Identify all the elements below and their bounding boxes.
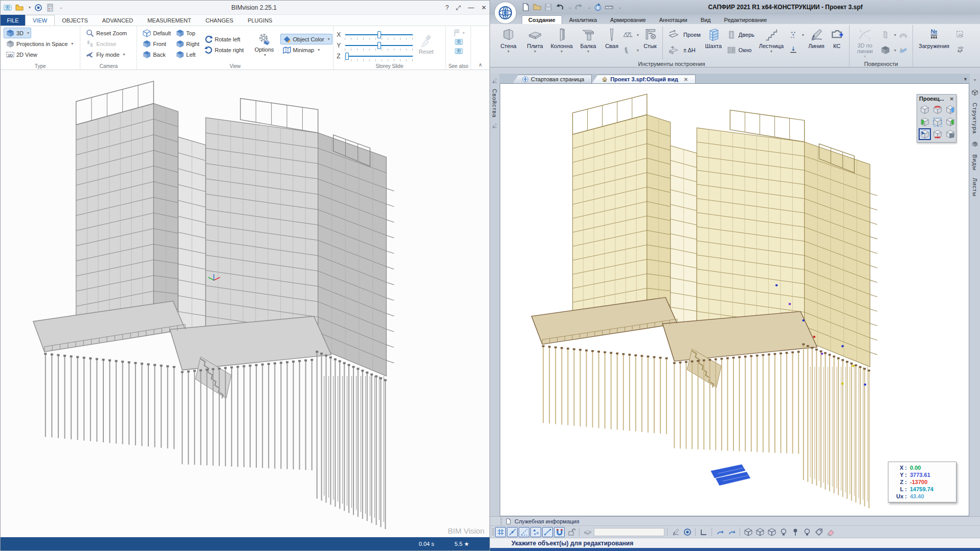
3d-button[interactable]: 3D▾	[4, 28, 31, 38]
tab-objects[interactable]: OBJECTS	[55, 15, 95, 26]
fly-mode-button[interactable]: Fly mode▾	[83, 49, 135, 60]
opening-tool[interactable]: Проем	[666, 29, 701, 40]
viewer-card-icon[interactable]	[455, 47, 463, 55]
ruler-icon[interactable]	[605, 3, 613, 11]
minimize-button[interactable]: —	[468, 4, 474, 11]
magnet-button[interactable]	[554, 527, 565, 537]
value-input[interactable]	[594, 528, 664, 536]
line-tool[interactable]: Линия	[805, 26, 828, 49]
default-view-button[interactable]: Default	[140, 28, 173, 38]
help-button[interactable]: ?	[446, 4, 449, 11]
joint-tool[interactable]: Стык	[640, 26, 660, 49]
target-icon[interactable]	[34, 4, 42, 12]
rotate-y-button[interactable]	[726, 527, 737, 537]
level-anchor-tool[interactable]	[788, 45, 804, 55]
storey-reset-button[interactable]: Reset	[418, 28, 434, 61]
viewer-icon[interactable]	[4, 4, 12, 12]
top-view-button[interactable]: Top	[173, 28, 202, 38]
sapfir-viewport[interactable]: Проекц... ✕	[500, 83, 969, 516]
tab-plugins[interactable]: PLUGINS	[240, 15, 279, 26]
tag-button[interactable]	[813, 527, 824, 537]
eraser-button[interactable]	[825, 527, 836, 537]
left-view-button[interactable]: Left	[173, 49, 202, 60]
service-info-label[interactable]: Служебная информация	[515, 518, 579, 524]
storey-slider-z[interactable]	[345, 55, 413, 57]
projection-mode-top-red[interactable]	[931, 104, 944, 116]
properties-panel-tab[interactable]: Свойства	[492, 89, 498, 118]
cube-button[interactable]	[743, 527, 753, 537]
slab-tool[interactable]: Плита▾	[522, 26, 548, 54]
save-icon[interactable]	[544, 3, 552, 11]
viewer-card-icon[interactable]	[455, 38, 463, 46]
tab-measurement[interactable]: MEASUREMENT	[140, 15, 198, 26]
pile-tool[interactable]: Свая	[602, 26, 622, 49]
projection-mode-fit[interactable]	[931, 116, 944, 128]
database-icon[interactable]	[972, 141, 978, 147]
vertical-surface-tool[interactable]: ▾	[880, 30, 896, 39]
distributed-load-tool[interactable]	[955, 45, 965, 55]
ramp-tool[interactable]	[898, 45, 908, 55]
rating[interactable]: 5.5 ★	[455, 541, 469, 547]
tab-redaktirovanie[interactable]: Редактирование	[718, 16, 773, 24]
unlock-box-button[interactable]	[566, 527, 576, 537]
close-button[interactable]: ✕	[481, 4, 486, 11]
tab-analitika[interactable]: Аналитика	[563, 16, 603, 24]
rotate-x-button[interactable]	[715, 527, 725, 537]
segment-snap-button[interactable]	[542, 527, 553, 537]
bulb-button[interactable]	[801, 527, 812, 537]
pencil-icon[interactable]	[492, 123, 498, 129]
object-color-button[interactable]: Object Color▾	[280, 34, 332, 44]
calculator-icon[interactable]	[46, 4, 54, 12]
tab-annotacii[interactable]: Аннотации	[653, 16, 694, 24]
ribbon-collapse-button[interactable]: ∧	[471, 26, 489, 70]
panel-arrow-icon[interactable]: ▾	[974, 78, 976, 82]
toolbar-grip[interactable]	[492, 529, 494, 536]
delta-h-tool[interactable]: ± ΔН	[666, 44, 701, 56]
tab-view[interactable]: VIEW	[25, 15, 55, 26]
projection-mode-select[interactable]	[919, 128, 931, 140]
corner-button[interactable]	[698, 527, 709, 537]
window-tool[interactable]: Окно	[726, 45, 754, 55]
update-model-icon[interactable]	[594, 3, 602, 11]
undo-icon[interactable]	[555, 3, 564, 11]
pencil-icon[interactable]	[492, 78, 498, 84]
projection-mode-left-green[interactable]	[919, 116, 931, 128]
tab-changes[interactable]: CHANGES	[198, 15, 240, 26]
qat-more-icon[interactable]: ⌄	[618, 5, 621, 10]
tab-sozdanie[interactable]: Создание	[522, 15, 562, 24]
tab-start-page[interactable]: Стартовая страница	[513, 75, 592, 83]
projection-mode-right-green[interactable]	[944, 116, 956, 128]
storey-slider-x[interactable]	[345, 34, 413, 36]
tab-project-view[interactable]: Проект 3.spf:Общий вид ✕	[592, 75, 696, 83]
new-document-icon[interactable]	[522, 3, 530, 11]
projection-mode-double[interactable]	[944, 128, 956, 140]
open-folder-icon[interactable]	[15, 4, 24, 12]
views-panel-tab[interactable]: Виды	[972, 154, 978, 171]
tab-armirovanie[interactable]: Армирование	[604, 16, 652, 24]
shaft-tool[interactable]: Шахта	[702, 26, 725, 49]
open-dropdown-icon[interactable]: ▾	[29, 5, 31, 10]
grid-snap-button[interactable]	[495, 527, 506, 537]
beam-tool[interactable]: Балка▾	[575, 26, 602, 54]
toolbar-grip[interactable]	[500, 518, 502, 525]
loads-tool[interactable]: Загружения	[914, 26, 954, 49]
truss-tool[interactable]: ▾	[623, 30, 639, 39]
sapfir-logo[interactable]	[494, 2, 517, 24]
projections-in-space-button[interactable]: Projections in Space▾	[4, 38, 78, 49]
pin-button[interactable]	[790, 527, 800, 537]
rotate-left-button[interactable]: Rotate left	[202, 34, 247, 44]
guide-snap-button[interactable]	[519, 527, 529, 537]
projection-mode-right-blue[interactable]	[944, 104, 956, 116]
2d-view-button[interactable]: 2D View	[4, 49, 78, 60]
cube-button[interactable]	[754, 527, 765, 537]
tab-list-icon[interactable]: ▼	[963, 77, 968, 82]
storey-slider-y[interactable]	[345, 44, 413, 47]
projection-mode-bottom-red[interactable]	[931, 128, 944, 140]
column-tool[interactable]: Колонна▾	[548, 26, 575, 54]
dome-tool[interactable]	[898, 30, 908, 39]
flag-icon[interactable]	[453, 29, 461, 37]
right-view-button[interactable]: Right	[173, 38, 202, 49]
tab-advanced[interactable]: ADVANCED	[95, 15, 140, 26]
door-tool[interactable]: Дверь	[726, 30, 754, 39]
pencil-button[interactable]	[670, 527, 681, 537]
